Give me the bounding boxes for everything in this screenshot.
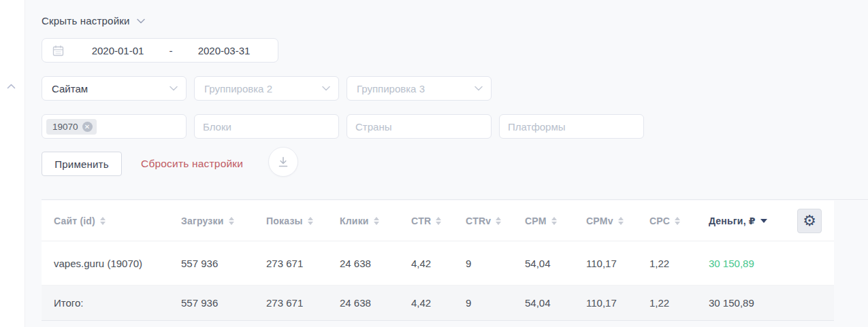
total-cpc: 1,22 [649,297,709,309]
grouping-3-value: Группировка 3 [357,83,475,94]
grouping-3-select[interactable]: Группировка 3 [347,76,492,101]
grouping-2-select[interactable]: Группировка 2 [194,76,339,101]
apply-button[interactable]: Применить [42,152,122,176]
chevron-down-icon [322,86,330,91]
total-cpm: 54,04 [525,297,586,309]
total-ctr: 4,42 [411,297,466,309]
total-money: 30 150,89 [709,297,785,309]
chevron-down-icon [170,86,178,91]
column-header-clicks[interactable]: Клики [340,216,411,226]
grouping-2-value: Группировка 2 [204,83,322,94]
chevron-down-icon [475,86,483,91]
column-header-impressions[interactable]: Показы [266,216,340,226]
cell-ctrv: 9 [466,258,525,269]
column-header-ctr[interactable]: CTR [411,216,466,226]
sort-arrows-icon [760,219,767,223]
cell-impressions: 273 671 [266,258,340,269]
column-header-cpc[interactable]: CPC [649,216,709,226]
cell-money: 30 150,89 [709,258,785,269]
left-rail [0,0,25,327]
sort-arrows-icon [496,217,501,225]
table-settings-button[interactable]: ⚙ [797,209,822,233]
grouping-selects: Сайтам Группировка 2 Группировка 3 [42,76,492,101]
total-ctrv: 9 [466,297,525,309]
reset-settings-link[interactable]: Сбросить настройки [141,158,243,170]
date-range-picker[interactable]: 2020-01-01 - 2020-03-31 [42,38,278,63]
filter-inputs: 19070 ✕ [42,114,644,139]
column-header-ctrv[interactable]: CTRv [466,216,525,226]
table-total-row: Итого: 557 936 273 671 24 638 4,42 9 54,… [42,286,834,321]
date-end-field[interactable]: 2020-03-31 [180,45,268,56]
countries-filter-input[interactable] [347,114,492,139]
hide-settings-label: Скрыть настройки [42,15,130,27]
site-id-chip: 19070 ✕ [46,119,97,135]
cell-cpc: 1,22 [649,258,709,269]
chevron-up-icon[interactable] [5,82,17,91]
cell-cpm: 54,04 [525,258,586,269]
blocks-filter-input[interactable] [194,114,339,139]
chevron-down-icon [137,18,145,24]
sort-arrows-icon [100,217,106,225]
column-header-money[interactable]: Деньги, ₽ [709,216,785,226]
date-start-field[interactable]: 2020-01-01 [74,45,162,56]
calendar-icon [42,45,74,56]
site-id-chip-label: 19070 [52,122,78,132]
cell-site: vapes.guru (19070) [42,258,181,269]
total-label: Итого: [42,297,181,309]
total-loads: 557 936 [181,297,266,309]
cell-cpmv: 110,17 [586,258,649,269]
actions-row: Применить Сбросить настройки [42,152,243,176]
section-divider [42,199,868,200]
column-header-cpm[interactable]: CPM [525,216,586,226]
column-header-site[interactable]: Сайт (id) [42,216,181,226]
table-header-row: Сайт (id) Загрузки Показы Клики CTR CTRv [42,201,834,241]
sort-arrows-icon [551,217,557,225]
sort-arrows-icon [374,217,379,225]
sort-arrows-icon [618,217,624,225]
cell-clicks: 24 638 [340,258,411,269]
sort-arrows-icon [229,217,234,225]
grouping-1-select[interactable]: Сайтам [42,76,187,101]
sort-arrows-icon [675,217,680,225]
close-circle-icon[interactable]: ✕ [82,122,93,132]
sites-filter-input[interactable]: 19070 ✕ [42,114,187,139]
date-range-separator: - [162,45,180,56]
grouping-1-value: Сайтам [52,83,170,94]
table-row[interactable]: vapes.guru (19070) 557 936 273 671 24 63… [42,241,834,286]
total-clicks: 24 638 [340,297,411,309]
column-header-loads[interactable]: Загрузки [181,216,266,226]
stats-table: Сайт (id) Загрузки Показы Клики CTR CTRv [42,201,834,321]
column-header-cpmv[interactable]: CPMv [586,216,649,226]
platforms-filter-input[interactable] [499,114,644,139]
cell-ctr: 4,42 [411,258,466,269]
report-settings-panel: Скрыть настройки 2020-01-01 - 2020-03-31… [25,0,868,327]
sort-arrows-icon [436,217,441,225]
cell-loads: 557 936 [181,258,266,269]
download-icon [277,156,289,168]
total-cpmv: 110,17 [586,297,649,309]
gear-icon: ⚙ [803,213,816,228]
sort-arrows-icon [308,217,313,225]
export-download-button[interactable] [268,147,298,177]
hide-settings-toggle[interactable]: Скрыть настройки [42,15,145,27]
total-impressions: 273 671 [266,297,340,309]
